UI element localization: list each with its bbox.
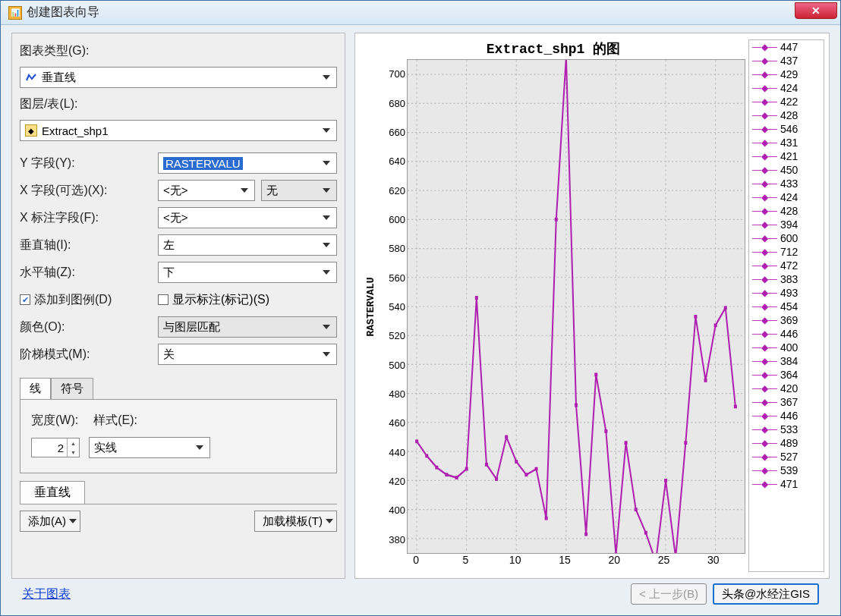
y-tick: 640 [389, 156, 405, 167]
chevron-down-icon [193, 438, 206, 457]
xfield-value: <无> [163, 184, 238, 198]
svg-rect-26 [435, 466, 438, 470]
legend-marker-icon: —◆— [752, 301, 777, 312]
svg-rect-51 [684, 441, 687, 445]
legend-marker-icon: —◆— [752, 192, 777, 203]
legend-marker-icon: —◆— [752, 110, 777, 121]
add-series-button[interactable]: 添加(A) [20, 511, 80, 532]
color-select[interactable]: 与图层匹配 [158, 316, 337, 338]
legend-item: —◆—431 [749, 136, 824, 149]
chevron-down-icon [320, 181, 333, 200]
haxis-select[interactable]: 下 [158, 262, 337, 283]
xlabelfield-select[interactable]: <无> [158, 207, 337, 228]
svg-rect-41 [584, 533, 587, 536]
legend-marker-icon: —◆— [752, 438, 777, 448]
legend-marker-icon: —◆— [752, 328, 777, 339]
svg-rect-53 [704, 379, 707, 382]
legend-item: —◆—428 [749, 204, 824, 218]
legend-item: —◆—424 [749, 190, 824, 204]
stair-select[interactable]: 关 [158, 344, 337, 365]
y-tick: 700 [389, 68, 405, 80]
next-button[interactable]: 头条 @水经注GIS [713, 583, 819, 605]
legend-value: 433 [780, 178, 798, 190]
spinner-buttons[interactable]: ▲▼ [67, 438, 79, 457]
chart-type-value: 垂直线 [42, 71, 320, 85]
add-legend-row: ✔ 添加到图例(D) [20, 292, 158, 308]
legend-marker-icon: —◆— [752, 165, 777, 175]
wizard-footer: 关于图表 < 上一步(B) 头条 @水经注GIS [11, 579, 830, 609]
chart-title: Extract_shp1 的图 [361, 36, 745, 59]
chart-legend: —◆—447—◆—437—◆—429—◆—424—◆—422—◆—428—◆—5… [748, 39, 824, 572]
line-symbol-tabs: 线 符号 [20, 378, 337, 399]
close-button[interactable]: ✕ [795, 2, 837, 19]
layer-select[interactable]: ◆ Extract_shp1 [20, 120, 337, 141]
legend-item: —◆—447 [749, 40, 824, 54]
xfield-select[interactable]: <无> [158, 180, 255, 201]
legend-item: —◆—421 [749, 149, 824, 163]
legend-value: 712 [780, 246, 798, 258]
legend-value: 454 [780, 300, 798, 313]
xlabelfield-value: <无> [163, 211, 320, 225]
y-tick: 440 [389, 446, 405, 457]
add-legend-checkbox[interactable]: ✔ [20, 294, 30, 305]
yfield-label: Y 字段(Y): [20, 156, 158, 171]
svg-rect-40 [575, 404, 578, 407]
chart-preview-panel: Extract_shp1 的图 RASTERVALU 3804004204404… [354, 33, 830, 579]
svg-rect-27 [445, 473, 448, 476]
y-tick: 480 [389, 388, 405, 400]
tab-line[interactable]: 线 [20, 378, 51, 399]
title-bar: 📊 创建图表向导 ✕ [1, 1, 840, 25]
x-tick: 30 [707, 554, 720, 566]
legend-item: —◆—429 [749, 68, 824, 81]
legend-marker-icon: —◆— [752, 233, 777, 244]
y-tick: 680 [389, 97, 405, 108]
xfield-sort-select[interactable]: 无 [261, 180, 337, 201]
chevron-down-icon [320, 262, 333, 282]
y-tick: 500 [389, 359, 405, 370]
y-tick: 580 [389, 243, 405, 254]
legend-item: —◆—433 [749, 177, 824, 190]
show-marks-label: 显示标注(标记)(S) [172, 292, 269, 308]
svg-rect-54 [714, 323, 717, 327]
legend-marker-icon: —◆— [752, 42, 777, 52]
content-area: 图表类型(G): 垂直线 图层/表(L): ◆ Extract_shp1 Y 字… [1, 25, 840, 615]
xfield-sort-value: 无 [266, 184, 320, 198]
y-tick: 620 [389, 184, 405, 196]
legend-value: 489 [780, 437, 798, 449]
tab-symbol[interactable]: 符号 [51, 378, 93, 399]
legend-value: 546 [780, 123, 798, 135]
show-marks-checkbox[interactable] [158, 294, 169, 305]
legend-item: —◆—420 [749, 382, 824, 395]
svg-rect-56 [734, 405, 737, 409]
style-select[interactable]: 实线 [89, 437, 210, 458]
svg-rect-30 [475, 296, 478, 300]
legend-value: 424 [780, 191, 798, 203]
x-tick: 15 [559, 554, 571, 566]
legend-value: 400 [780, 341, 798, 354]
about-chart-link[interactable]: 关于图表 [22, 586, 71, 602]
legend-marker-icon: —◆— [752, 260, 777, 271]
vaxis-select[interactable]: 左 [158, 234, 337, 256]
color-label: 颜色(O): [20, 319, 158, 335]
y-tick: 400 [389, 504, 405, 516]
legend-value: 446 [780, 410, 798, 422]
svg-rect-34 [515, 460, 518, 464]
yfield-select[interactable]: RASTERVALU [158, 152, 337, 174]
chevron-down-icon [320, 235, 333, 255]
svg-rect-35 [524, 473, 528, 476]
layer-icon: ◆ [25, 124, 37, 137]
series-tab-vertical-line[interactable]: 垂直线 [20, 481, 85, 504]
legend-value: 383 [780, 273, 798, 285]
legend-value: 428 [780, 205, 798, 217]
legend-item: —◆—471 [749, 477, 824, 491]
legend-value: 367 [780, 396, 798, 408]
legend-item: —◆—383 [749, 272, 824, 286]
width-spinner[interactable]: 2 ▲▼ [31, 438, 80, 457]
chart-type-select[interactable]: 垂直线 [20, 67, 337, 88]
load-template-button[interactable]: 加载模板(T) [254, 511, 337, 532]
tab-body-line: 宽度(W): 样式(E): 2 ▲▼ 实线 [20, 399, 337, 473]
width-label: 宽度(W): [31, 413, 78, 429]
back-button[interactable]: < 上一步(B) [631, 583, 707, 605]
svg-rect-29 [465, 467, 468, 471]
legend-marker-icon: —◆— [752, 288, 777, 298]
